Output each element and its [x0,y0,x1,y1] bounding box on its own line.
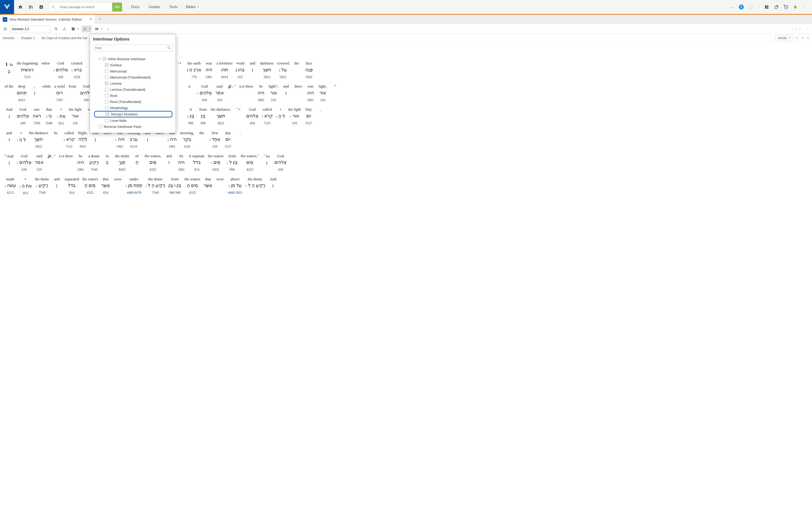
strongs-number[interactable]: 430 [278,167,283,172]
nav-guides[interactable]: Guides [148,5,160,9]
search-input[interactable] [58,2,112,11]
word-stack[interactable]: . [235,130,245,143]
strongs-number[interactable]: 853 [23,190,28,196]
word-stack[interactable]: the watersמַיִם הַ4325 [82,176,98,195]
strongs-number[interactable]: 3117 [224,144,231,149]
strongs-number[interactable]: 3915 [79,144,86,149]
word-stack[interactable]: beהיה1961 [76,153,85,172]
word-stack[interactable]: beהיה1961 [257,84,266,102]
strongs-number[interactable]: 996 [188,120,194,126]
option-checkbox[interactable] [105,94,108,97]
word-stack[interactable]: wasהיה1961 [306,84,315,102]
word-stack[interactable]: , [316,106,325,119]
resource-tab[interactable]: NRSV New Revised Standard Version: Catho… [0,15,95,24]
option-row[interactable]: Reverse Interlinear Pane [93,123,173,130]
strongs-number[interactable]: 430 [20,120,25,126]
word-stack[interactable]: •אֶת הַ 1853 [19,176,32,196]
word-stack[interactable]: Let there [59,153,73,166]
strongs-number[interactable]: 834 [103,190,108,195]
word-stack[interactable]: Godאֱלֹהִים 1430 [53,61,68,79]
option-checkbox[interactable] [105,63,108,67]
word-stack[interactable]: fromבַּיִן וּ בַּיִן996 996 [168,176,181,195]
word-stack[interactable]: the waters,מַיִם4325 [145,153,161,172]
interlinear-dropdown[interactable]: ▼ [88,25,91,32]
home-button[interactable] [15,0,25,14]
strongs-number[interactable]: 3588 [46,120,52,126]
word-stack[interactable]: were [216,176,225,189]
panel-find-input[interactable] [93,45,173,51]
tab-close-icon[interactable]: ✕ [89,17,92,21]
word-stack[interactable]: calledקרא 17121 [262,106,273,125]
option-checkbox[interactable] [98,125,102,128]
caret-icon[interactable]: ▼ [98,58,101,60]
strongs-number[interactable]: 5921 [280,74,286,80]
strongs-number[interactable]: 6153 [130,144,137,149]
strongs-number[interactable]: 4325 [189,190,196,195]
option-checkbox[interactable] [105,119,108,122]
word-stack[interactable]: dayיוֹם3117 [223,130,232,149]
word-stack[interactable]: aboveעַל מִן 24480 5921 [228,176,243,195]
word-stack[interactable]: Andוַ [5,106,14,120]
word-stack[interactable]: Andוְ [268,176,278,190]
word-stack[interactable]: the midstתָּוֶךְ8432 [115,153,129,172]
strongs-number[interactable]: 7549 [91,167,97,172]
strongs-number[interactable]: 4480 5921 [228,190,243,195]
expand-icon[interactable]: ⌄⌄ [729,4,735,10]
word-stack[interactable]: light.אוֹר216 [318,84,327,102]
word-stack[interactable]: calledקרא 17121 [64,130,75,149]
command-prefix[interactable]: // [105,27,790,31]
view-mode-dropdown[interactable]: Article ▼ [775,35,793,41]
panel-menu-icon[interactable] [2,26,8,32]
scroll-down-icon[interactable] [801,36,804,39]
word-stack[interactable]: andוְ [5,130,14,144]
option-row[interactable]: Root [93,93,173,99]
word-stack[interactable]: •אֶת 1853 [57,106,66,126]
strongs-number[interactable]: 996 [229,167,235,172]
strongs-number[interactable]: 216 [292,120,297,126]
word-stack[interactable]: morning,בֹּקֶר1242 [180,130,194,149]
word-stack[interactable]: 7 Soוַ [262,153,271,167]
option-row[interactable]: Manuscript [93,68,173,74]
word-stack[interactable]: the earthאֶרֶץ הַ וְ776 [187,61,201,79]
word-stack[interactable]: the dome.רָקִיעַ הַ לְ 1 [246,176,265,190]
strongs-number[interactable]: 430 [250,120,255,126]
word-stack[interactable]: wasהיה1961 [204,61,213,79]
word-stack[interactable]: faceפָּנֶה3942 [304,61,314,79]
strongs-number[interactable]: 7121 [264,120,271,126]
cart-icon[interactable] [783,4,789,10]
word-stack[interactable]: 1 Inבְּ [5,61,14,76]
word-stack[interactable]: darknessחֹשֶׁךְ2822 [260,61,273,79]
nav-next-icon[interactable]: › [795,26,797,31]
strongs-number[interactable]: 430 [84,97,89,103]
option-row[interactable]: Louw-Nida [93,117,173,123]
word-stack[interactable]: fromבַּיִן996 [198,106,208,125]
word-stack[interactable]: sawראה7200 [32,106,41,125]
layout-icon[interactable] [764,4,769,10]
app-logo[interactable] [0,0,14,14]
option-row[interactable]: ▼Inline Reverse Interlinear [93,56,173,62]
visual-filter-dropdown[interactable]: ▼ [77,27,80,30]
word-stack[interactable]: thatאֲשֶׁר834 [101,176,110,195]
word-stack[interactable]: Dayיוֹם3117 [304,106,313,125]
strongs-number[interactable]: 7549 [152,190,159,195]
strongs-number[interactable]: 430 [58,74,63,80]
strongs-number[interactable]: 1961 [178,167,185,172]
parallel-icon[interactable] [61,25,68,32]
strongs-number[interactable]: 1961 [258,97,264,103]
word-stack[interactable]: from [68,84,77,96]
word-stack[interactable]: •voidבֹּהוּ וָ922 [235,61,245,79]
strongs-number[interactable]: 922 [238,74,243,80]
close-breadcrumb-icon[interactable]: ✕ [806,36,809,40]
word-stack[interactable]: the [292,61,301,73]
strongs-number[interactable]: 2822 [217,120,224,126]
option-row[interactable]: Morphology [93,105,173,111]
strongs-number[interactable]: 914 [69,190,75,195]
option-row[interactable]: Strong's Numbers [94,111,173,117]
nav-tools[interactable]: Tools [169,5,178,9]
word-stack[interactable]: 2 • [175,61,184,73]
word-stack[interactable]: the lightאוֹר216 [69,106,81,125]
word-stack[interactable]: •לְ הַ 1 [17,130,26,144]
go-button[interactable]: GO [112,2,122,11]
strongs-number[interactable]: 4325 [212,167,219,172]
strongs-number[interactable]: 4325 [247,167,253,172]
